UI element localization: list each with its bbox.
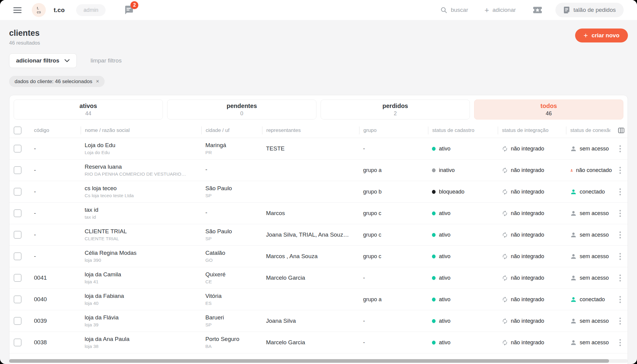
table-row[interactable]: - Reserva luana RIO DA PENHA COMERCIO DE… <box>9 160 628 181</box>
row-menu-kebab-icon[interactable] <box>618 187 622 197</box>
row-menu-kebab-icon[interactable] <box>618 230 622 240</box>
client-representatives: Marcos , Ana Souza <box>262 253 359 260</box>
brand-name: t.co <box>54 7 65 14</box>
row-checkbox[interactable] <box>14 317 22 325</box>
client-legal-name: loja 390 <box>85 258 201 263</box>
column-header-status-integracao[interactable]: status de integração <box>498 126 566 134</box>
create-new-button[interactable]: + criar novo <box>575 29 628 42</box>
table-row[interactable]: 0039 loja da Flávia loja 39 Barueri SP J… <box>9 310 628 332</box>
sync-icon <box>502 146 508 152</box>
connection-status-label: sem acesso <box>580 210 609 217</box>
client-legal-name: CLIENTE TRIAL <box>85 236 201 242</box>
client-legal-name: loja 38 <box>85 344 201 349</box>
person-icon <box>570 318 577 325</box>
integration-status-label: não integrado <box>511 253 544 260</box>
table-row[interactable]: - CLIENTE TRIAL CLIENTE TRIAL São Paulo … <box>9 224 628 246</box>
table-header-row: código nome / razão social cidade / uf r… <box>9 123 628 138</box>
role-badge: admin <box>76 4 106 16</box>
row-menu-kebab-icon[interactable] <box>618 273 622 283</box>
client-group: grupo c <box>359 210 428 217</box>
row-menu-kebab-icon[interactable] <box>618 295 622 304</box>
notifications-button[interactable]: 2 <box>123 5 134 15</box>
client-state: SP <box>205 236 262 242</box>
row-menu-kebab-icon[interactable] <box>618 166 622 175</box>
column-header-status-conexao[interactable]: status de conexão <box>566 126 628 134</box>
notification-count-badge: 2 <box>130 1 138 9</box>
table-row[interactable]: 0038 loja da Ana Paula loja 38 Porto Seg… <box>9 332 628 353</box>
registration-status-dot <box>432 298 436 302</box>
table-row[interactable]: 0040 loja da Fabiana loja 40 Vitória ES … <box>9 289 628 310</box>
column-header-cidade[interactable]: cidade / uf <box>201 126 262 134</box>
client-code: 0039 <box>30 318 81 324</box>
client-name: CLIENTE TRIAL <box>85 228 201 235</box>
connection-status-label: sem acesso <box>580 253 609 260</box>
row-checkbox[interactable] <box>14 209 22 217</box>
connection-status-label: conectado <box>580 189 605 195</box>
row-menu-kebab-icon[interactable] <box>618 252 622 261</box>
filter-chip[interactable]: dados do cliente: 46 selecionados × <box>9 76 105 87</box>
client-group: - <box>359 318 428 324</box>
search-button[interactable]: buscar <box>440 6 468 14</box>
integration-status-label: não integrado <box>511 189 544 195</box>
row-checkbox[interactable] <box>14 231 22 239</box>
tab-pendentes[interactable]: pendentes 0 <box>167 99 316 120</box>
connection-status-label: sem acesso <box>580 146 609 152</box>
menu-icon[interactable] <box>13 7 22 13</box>
row-checkbox[interactable] <box>14 274 22 282</box>
tab-ativos[interactable]: ativos 44 <box>14 99 163 120</box>
connection-status-label: conectado <box>580 296 605 303</box>
client-group: - <box>359 275 428 281</box>
table-row[interactable]: - Célia Regina Modas loja 390 Catalão GO… <box>9 246 628 267</box>
row-menu-kebab-icon[interactable] <box>618 144 622 153</box>
person-icon <box>570 253 577 260</box>
row-checkbox[interactable] <box>14 339 22 346</box>
client-code: 0041 <box>30 275 81 281</box>
add-label: adicionar <box>492 7 516 13</box>
row-checkbox[interactable] <box>14 252 22 260</box>
client-city: - <box>205 209 262 216</box>
table-row[interactable]: - Loja do Edu Loja do Edu Maringá PR TES… <box>9 138 628 160</box>
filter-chip-label: dados do cliente: 46 selecionados <box>15 79 92 85</box>
row-menu-kebab-icon[interactable] <box>618 316 622 326</box>
client-name: loja da Camila <box>85 271 201 278</box>
sync-icon <box>502 210 508 217</box>
row-menu-kebab-icon[interactable] <box>618 338 622 347</box>
clients-table-card: ativos 44 pendentes 0 perdidos 2 todos 4… <box>9 95 628 364</box>
add-filters-dropdown[interactable]: adicionar filtros <box>9 53 77 68</box>
order-pad-button[interactable]: talão de pedidos <box>555 3 624 17</box>
select-all-checkbox[interactable] <box>14 126 22 134</box>
row-checkbox[interactable] <box>14 145 22 153</box>
table-row[interactable]: - cs loja teceo Cs loja teceo teste Ltda… <box>9 181 628 203</box>
plus-icon: + <box>584 32 588 39</box>
table-row[interactable]: - tax id tax id - Marcos grupo c ativo n… <box>9 203 628 224</box>
table-row[interactable]: 0041 loja da Camila loja 41 Quixeré CE M… <box>9 267 628 289</box>
client-state: PR <box>205 150 262 156</box>
row-menu-kebab-icon[interactable] <box>618 209 622 218</box>
favorites-ticket-button[interactable] <box>532 5 543 15</box>
column-header-grupo[interactable]: grupo <box>359 126 428 134</box>
client-code: - <box>30 210 81 217</box>
sync-icon <box>502 253 508 260</box>
tab-perdidos[interactable]: perdidos 2 <box>321 99 470 120</box>
column-header-nome[interactable]: nome / razão social <box>81 126 201 134</box>
results-count: 46 resultados <box>9 40 40 46</box>
column-header-representantes[interactable]: representantes <box>262 126 359 134</box>
row-checkbox[interactable] <box>14 166 22 174</box>
registration-status-dot <box>432 147 436 151</box>
page-title: clientes <box>9 29 40 38</box>
client-city: Vitória <box>205 293 262 300</box>
horizontal-scrollbar-thumb[interactable] <box>9 359 609 363</box>
row-checkbox[interactable] <box>14 188 22 196</box>
brand-logo[interactable]: t.co <box>32 3 46 17</box>
client-group: - <box>359 339 428 346</box>
tab-todos[interactable]: todos 46 <box>474 99 623 120</box>
clear-filters-link[interactable]: limpar filtros <box>91 57 122 64</box>
row-checkbox[interactable] <box>14 295 22 303</box>
client-representatives: TESTE <box>262 145 359 152</box>
remove-filter-icon[interactable]: × <box>96 78 99 85</box>
add-button[interactable]: + adicionar <box>484 7 516 13</box>
columns-settings-icon[interactable] <box>617 126 625 134</box>
column-header-status-cadastro[interactable]: status de cadastro <box>428 126 498 134</box>
column-header-codigo[interactable]: código <box>30 127 81 133</box>
horizontal-scrollbar-track[interactable] <box>9 359 628 363</box>
